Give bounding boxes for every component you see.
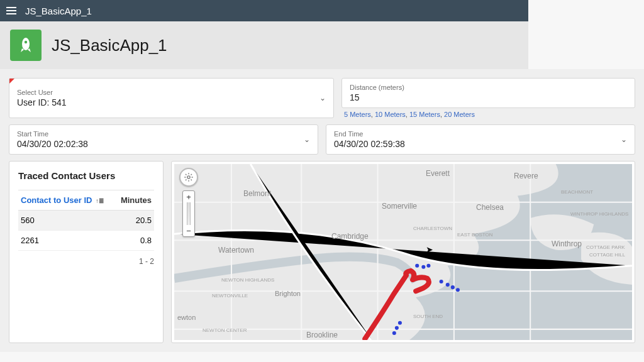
svg-point-5 <box>392 331 396 335</box>
map-label: BEACHMONT <box>561 189 593 195</box>
map-label: Brookline <box>306 331 338 339</box>
map-label: Somerville <box>382 202 417 211</box>
sort-icon: ↑≣ <box>96 197 104 204</box>
panel-title: Traced Contact Users <box>18 170 154 181</box>
map-label: Winthrop <box>552 239 582 248</box>
map-label: Revere <box>514 172 538 180</box>
svg-point-4 <box>395 326 399 330</box>
col-minutes-header[interactable]: Minutes <box>114 190 154 211</box>
content-area: Select User User ID: 541 ⌄ Distance (met… <box>0 69 644 352</box>
svg-point-10 <box>446 283 450 287</box>
gear-icon <box>184 172 194 182</box>
zoom-control: + − <box>182 190 195 237</box>
map[interactable]: Everett Revere Chelsea Somerville Cambri… <box>174 164 632 340</box>
end-time-field[interactable]: End Time 04/30/20 02:59:38 ⌄ <box>326 124 635 155</box>
map-settings-button[interactable] <box>179 168 198 187</box>
topbar-title: JS_BasicApp_1 <box>25 6 92 16</box>
svg-point-7 <box>426 264 430 268</box>
map-label: COTTAGE HILL <box>589 252 625 258</box>
preset-15m[interactable]: 15 Meters <box>409 111 440 118</box>
chevron-down-icon: ⌄ <box>621 135 627 144</box>
map-label: Belmont <box>243 189 271 198</box>
map-label: NEWTON CENTER <box>203 327 247 333</box>
page-title: JS_BasicApp_1 <box>52 36 167 55</box>
select-user-field[interactable]: Select User User ID: 541 ⌄ <box>9 78 334 118</box>
map-label: Chelsea <box>476 203 504 212</box>
preset-20m[interactable]: 20 Meters <box>444 111 475 118</box>
chevron-down-icon: ⌄ <box>319 94 326 102</box>
zoom-in-button[interactable]: + <box>183 191 194 202</box>
svg-point-8 <box>415 264 419 268</box>
page-header: JS_BasicApp_1 <box>0 21 528 69</box>
required-marker <box>9 79 14 84</box>
contacts-table: Contact to User ID ↑≣ Minutes 560 20.5 2… <box>18 190 154 251</box>
rocket-icon <box>19 37 33 53</box>
distance-value: 15 <box>350 92 627 102</box>
select-user-label: Select User <box>17 89 311 96</box>
map-label: CHARLESTOWN <box>413 226 452 231</box>
cell-minutes: 20.5 <box>114 211 154 231</box>
svg-point-9 <box>440 280 443 283</box>
svg-point-3 <box>398 321 402 325</box>
table-row[interactable]: 560 20.5 <box>18 211 154 231</box>
preset-10m[interactable]: 10 Meters <box>375 111 406 118</box>
start-time-field[interactable]: Start Time 04/30/20 02:02:38 ⌄ <box>9 124 318 155</box>
distance-label: Distance (meters) <box>350 84 627 91</box>
svg-point-0 <box>22 38 30 50</box>
svg-point-11 <box>451 285 455 289</box>
end-time-label: End Time <box>334 130 612 138</box>
map-label: SOUTH END <box>413 314 443 319</box>
table-pager: 1 - 2 <box>18 257 154 266</box>
map-label: Everett <box>426 169 450 178</box>
cursor-icon: ➤ <box>426 244 433 255</box>
svg-point-6 <box>421 265 425 269</box>
map-label: ewton <box>177 314 196 321</box>
map-label: WINTHROP HIGHLANDS <box>570 211 628 217</box>
cell-contact-id: 2261 <box>18 231 114 251</box>
start-time-value: 04/30/20 02:02:38 <box>17 139 295 149</box>
cell-minutes: 0.8 <box>114 231 154 251</box>
distance-presets: 5 Meters, 10 Meters, 15 Meters, 20 Meter… <box>341 111 635 118</box>
map-controls: + − <box>179 168 198 237</box>
map-label: Cambridge <box>331 232 369 241</box>
preset-5m[interactable]: 5 Meters <box>344 111 371 118</box>
map-label: NEWTON HIGHLANDS <box>221 277 274 283</box>
distance-field[interactable]: Distance (meters) 15 <box>341 78 635 108</box>
map-label: Watertown <box>218 246 254 255</box>
start-time-label: Start Time <box>17 130 295 138</box>
chevron-down-icon: ⌄ <box>304 135 310 144</box>
menu-icon[interactable] <box>6 7 16 14</box>
map-label: Brighton <box>275 290 301 297</box>
end-time-value: 04/30/20 02:59:38 <box>334 139 612 149</box>
top-bar: JS_BasicApp_1 <box>0 0 528 21</box>
app-icon <box>10 30 42 61</box>
zoom-out-button[interactable]: − <box>183 225 194 236</box>
svg-point-12 <box>456 288 460 292</box>
map-container: Everett Revere Chelsea Somerville Cambri… <box>171 161 635 343</box>
col-contact-link[interactable]: Contact to User ID <box>21 195 92 205</box>
traced-contacts-panel: Traced Contact Users Contact to User ID … <box>9 161 164 343</box>
svg-point-13 <box>187 176 190 178</box>
cell-contact-id: 560 <box>18 211 114 231</box>
col-contact-header[interactable]: Contact to User ID ↑≣ <box>18 190 114 211</box>
map-label: EAST BOSTON <box>457 232 493 238</box>
zoom-slider[interactable] <box>187 202 191 225</box>
svg-point-1 <box>25 41 27 43</box>
table-row[interactable]: 2261 0.8 <box>18 231 154 251</box>
select-user-value: User ID: 541 <box>17 97 311 107</box>
map-label: COTTAGE PARK <box>586 244 625 250</box>
map-label: NEWTONVILLE <box>212 293 248 299</box>
